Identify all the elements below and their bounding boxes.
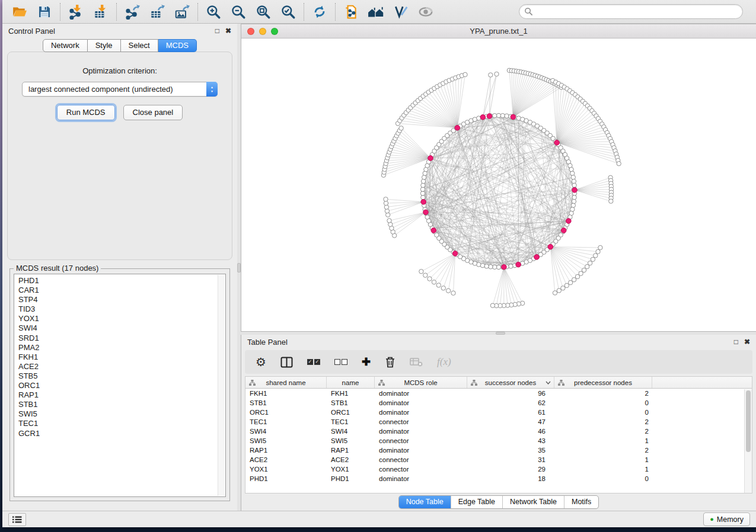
search-input[interactable] [533, 8, 738, 16]
close-window-button[interactable] [247, 28, 254, 35]
cell-successor-nodes[interactable]: 43 [467, 436, 554, 446]
memory-button[interactable]: ● Memory [703, 512, 750, 526]
close-panel-icon[interactable]: ✖ [225, 27, 231, 34]
cell-predecessor-nodes[interactable]: 0 [554, 474, 652, 483]
import-network-button[interactable] [63, 2, 88, 22]
cell-predecessor-nodes[interactable]: 1 [554, 436, 652, 446]
table-row[interactable]: TEC1 TEC1 connector 47 2 [245, 417, 752, 427]
cell-shared-name[interactable]: ORC1 [245, 408, 327, 417]
show-columns-button[interactable] [280, 357, 293, 368]
tab-network[interactable]: Network [43, 39, 88, 52]
cell-mcds-role[interactable]: connector [375, 417, 467, 427]
cell-shared-name[interactable]: YOX1 [245, 464, 327, 474]
import-table-button[interactable] [88, 2, 113, 22]
vertical-splitter[interactable] [237, 24, 241, 511]
cell-shared-name[interactable]: PHD1 [245, 474, 327, 483]
cell-shared-name[interactable]: SWI5 [245, 436, 327, 446]
tab-style[interactable]: Style [88, 39, 121, 52]
cell-shared-name[interactable]: STB1 [245, 398, 327, 408]
cell-name[interactable]: YOX1 [327, 464, 375, 474]
welcome-screen-button[interactable] [363, 2, 388, 22]
cell-shared-name[interactable]: RAP1 [245, 446, 327, 455]
tab-select[interactable]: Select [121, 39, 158, 52]
cell-successor-nodes[interactable]: 35 [467, 446, 554, 455]
list-item[interactable]: RAP1 [18, 390, 216, 400]
select-all-button[interactable]: ✓ ✓ [307, 359, 320, 365]
list-scrollbar[interactable] [218, 275, 225, 496]
cell-name[interactable]: STB1 [327, 398, 375, 408]
scrollbar-thumb[interactable] [746, 390, 751, 452]
zoom-fit-button[interactable] [251, 2, 276, 22]
maximize-window-button[interactable] [271, 28, 278, 35]
list-item[interactable]: FKH1 [18, 352, 216, 362]
export-table-button[interactable] [145, 2, 170, 22]
cell-predecessor-nodes[interactable]: 2 [554, 389, 652, 398]
cell-mcds-role[interactable]: dominator [375, 389, 467, 398]
cell-successor-nodes[interactable]: 62 [467, 398, 554, 408]
column-header-successor-nodes[interactable]: successor nodes [467, 377, 554, 388]
list-item[interactable]: SRD1 [18, 334, 216, 343]
column-header-mcds-role[interactable]: MCDS role [375, 377, 467, 388]
float-panel-icon[interactable]: □ [734, 338, 738, 345]
export-image-button[interactable] [170, 2, 194, 22]
apply-layout-button[interactable] [307, 2, 332, 22]
list-item[interactable]: ACE2 [18, 362, 216, 371]
cell-predecessor-nodes[interactable]: 2 [554, 417, 652, 427]
horizontal-splitter[interactable] [241, 332, 756, 335]
zoom-selected-button[interactable] [276, 2, 301, 22]
splitter-handle[interactable] [237, 263, 241, 273]
list-item[interactable]: TID3 [18, 305, 216, 314]
style-vizmapper-button[interactable] [388, 2, 413, 22]
table-row[interactable]: YOX1 YOX1 connector 29 1 [245, 464, 752, 474]
save-session-button[interactable] [32, 2, 57, 22]
list-item[interactable]: STB1 [18, 400, 216, 409]
cell-shared-name[interactable]: FKH1 [245, 389, 327, 398]
cell-name[interactable]: SWI5 [327, 436, 375, 446]
zoom-in-button[interactable] [201, 2, 226, 22]
cell-name[interactable]: SWI4 [327, 427, 375, 436]
table-row[interactable]: PHD1 PHD1 dominator 18 0 [245, 474, 752, 483]
table-row[interactable]: RAP1 RAP1 dominator 35 2 [245, 446, 752, 455]
cell-successor-nodes[interactable]: 18 [467, 474, 554, 483]
list-item[interactable]: PHD1 [18, 276, 216, 286]
table-row[interactable]: SWI5 SWI5 connector 43 1 [245, 436, 752, 446]
cell-mcds-role[interactable]: dominator [375, 446, 467, 455]
close-panel-button[interactable]: Close panel [123, 105, 183, 120]
table-scrollbar[interactable] [744, 389, 752, 493]
list-item[interactable]: ORC1 [18, 381, 216, 390]
cell-mcds-role[interactable]: dominator [375, 398, 467, 408]
cell-name[interactable]: ACE2 [327, 455, 375, 464]
table-row[interactable]: ACE2 ACE2 connector 31 1 [245, 455, 752, 464]
zoom-out-button[interactable] [226, 2, 251, 22]
close-panel-icon[interactable]: ✖ [744, 338, 750, 345]
table-settings-button[interactable]: ⚙ [256, 356, 266, 368]
task-history-button[interactable] [8, 513, 26, 526]
list-item[interactable]: GCR1 [18, 429, 216, 438]
cell-predecessor-nodes[interactable]: 1 [554, 464, 652, 474]
column-header-name[interactable]: name [327, 377, 375, 388]
export-network-button[interactable] [120, 2, 145, 22]
cell-shared-name[interactable]: ACE2 [245, 455, 327, 464]
network-canvas[interactable] [241, 39, 756, 331]
list-item[interactable]: SWI5 [18, 409, 216, 419]
tab-node-table[interactable]: Node Table [399, 496, 451, 508]
list-item[interactable]: STP4 [18, 295, 216, 305]
cell-successor-nodes[interactable]: 46 [467, 427, 554, 436]
tab-network-table[interactable]: Network Table [502, 496, 564, 508]
clone-network-button[interactable] [339, 2, 363, 22]
graphics-details-button[interactable] [413, 2, 438, 22]
minimize-window-button[interactable] [259, 28, 266, 35]
tab-edge-table[interactable]: Edge Table [451, 496, 502, 508]
cell-successor-nodes[interactable]: 96 [467, 389, 554, 398]
cell-successor-nodes[interactable]: 29 [467, 464, 554, 474]
cell-shared-name[interactable]: TEC1 [245, 417, 327, 427]
cell-predecessor-nodes[interactable]: 1 [554, 455, 652, 464]
table-row[interactable]: SWI4 SWI4 dominator 46 2 [245, 427, 752, 436]
cell-mcds-role[interactable]: dominator [375, 408, 467, 417]
cell-successor-nodes[interactable]: 47 [467, 417, 554, 427]
cell-name[interactable]: ORC1 [327, 408, 375, 417]
deselect-all-button[interactable] [334, 359, 347, 365]
cell-successor-nodes[interactable]: 61 [467, 408, 554, 417]
cell-predecessor-nodes[interactable]: 2 [554, 446, 652, 455]
tab-mcds[interactable]: MCDS [158, 39, 197, 52]
